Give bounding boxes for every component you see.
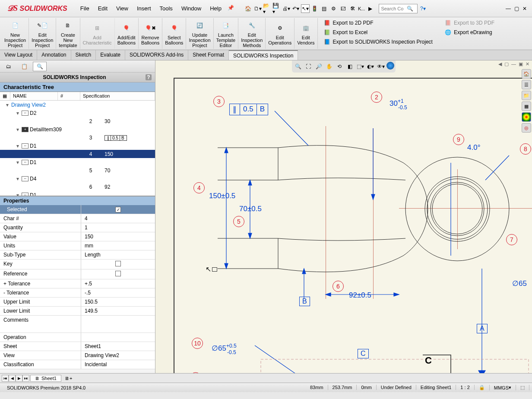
prop-row-comments[interactable]: Comments (0, 316, 155, 333)
menu-insert[interactable]: Insert (133, 3, 155, 13)
search-box[interactable]: 🔍 (379, 4, 418, 13)
prop-row-operation[interactable]: Operation (0, 333, 155, 342)
mdi-restore-icon[interactable]: ▢ (504, 61, 509, 67)
balloon-4[interactable]: 4 (193, 182, 205, 193)
tab-sketch[interactable]: Sketch (71, 50, 96, 60)
ribbon-edit-vendors[interactable]: 🏢Edit Vendors (294, 18, 317, 49)
tab-annotation[interactable]: Annotation (37, 50, 71, 60)
tree-toggle-icon[interactable]: ▾ (16, 127, 20, 133)
tree-toggle-icon[interactable]: ▾ (16, 192, 20, 196)
ribbon-edit-methods[interactable]: 🔧Edit Inspection Methods (238, 18, 266, 49)
dim-70[interactable]: 70±0.5 (239, 205, 262, 213)
status-scale[interactable]: 1 : 2 (456, 385, 474, 390)
pin-icon[interactable]: 📌 (227, 3, 235, 12)
tree-row-d1b[interactable]: ▾↔D1 (0, 158, 155, 166)
datum-b[interactable]: B (299, 297, 310, 306)
play-icon[interactable]: ▶ (366, 4, 374, 13)
search-input[interactable] (381, 6, 407, 11)
drawing-canvas[interactable]: 🔍 ⛶ 🔎 ✋ ⟲ ◧ ⬚▾ ◐▾ 👁▾ ◀ ▢ — ▣ ✕ 🏠 ☰ 📁 ▦ ◎ (155, 60, 532, 373)
prop-row-subtype[interactable]: Sub-TypeLength (0, 250, 155, 260)
sheet-prev-icon[interactable]: ◀ (9, 375, 16, 382)
help-badge-icon[interactable]: ? (146, 74, 152, 80)
dim-4deg[interactable]: 4.0° (467, 143, 480, 152)
tree-row-d1a-val[interactable]: 4150 (0, 150, 155, 158)
dim-92[interactable]: 92±0.5 (349, 291, 371, 300)
dim-65[interactable]: ∅65+0.5-0.5 (212, 344, 237, 361)
tree-col-icon[interactable]: ▦ (0, 92, 10, 100)
sheet-next-icon[interactable]: ▶ (16, 375, 22, 382)
user-badge[interactable]: K... (358, 6, 365, 11)
status-mode[interactable]: Editing Sheet1 (416, 385, 456, 390)
balloon-3[interactable]: 3 (213, 96, 225, 107)
checkbox-icon[interactable] (115, 271, 121, 276)
balloon-5[interactable]: 5 (233, 216, 244, 227)
rightbar-target-icon[interactable]: ◎ (522, 123, 531, 133)
undo-icon[interactable]: ↶▾ (291, 4, 300, 13)
checkbox-icon[interactable] (115, 261, 121, 266)
tree-col-num[interactable]: # (58, 92, 80, 100)
panel-tab-property[interactable]: 📋 (17, 62, 31, 71)
rightbar-layers-icon[interactable]: ☰ (522, 80, 531, 89)
ribbon-update-project[interactable]: 🔄Update Inspection Project (186, 18, 213, 49)
sheet-last-icon[interactable]: ⏭ (22, 375, 29, 382)
ribbon-new-project[interactable]: 📄New Inspection Project (2, 18, 29, 49)
dim-150[interactable]: 150±0.5 (209, 192, 235, 200)
mdi-close-icon[interactable]: ✕ (526, 61, 529, 67)
prop-row-key[interactable]: Key (0, 260, 155, 269)
status-lock-icon[interactable]: 🔒 (475, 385, 490, 390)
menu-window[interactable]: Window (178, 3, 205, 13)
ribbon-launch-te[interactable]: 📑Launch Template Editor (214, 18, 239, 49)
home-icon[interactable]: 🏠 (244, 4, 253, 13)
tab-inspection[interactable]: SOLIDWORKS Inspection (229, 50, 298, 60)
options-list-icon[interactable]: ▤ (320, 4, 329, 13)
rightbar-home-icon[interactable]: 🏠 (522, 69, 531, 79)
tab-addins[interactable]: SOLIDWORKS Add-Ins (125, 50, 188, 60)
rightbar-folder-icon[interactable]: 📁 (522, 91, 531, 100)
balloon-9[interactable]: 9 (453, 134, 464, 145)
prop-row-sheet[interactable]: SheetSheet1 (0, 342, 155, 351)
tree-row-di309-val[interactable]: 3∥0.5B (0, 133, 155, 142)
view-orient-icon[interactable]: ⬚▾ (355, 62, 365, 71)
tree-row-d4[interactable]: ▾↔D4 (0, 174, 155, 183)
prop-row-view[interactable]: ViewDrawing View2 (0, 351, 155, 360)
menu-help[interactable]: Help (206, 3, 225, 13)
ribbon-select-balloons[interactable]: 🎈Select Balloons (162, 18, 186, 49)
minimize-icon[interactable]: — (506, 6, 511, 12)
mdi-min-icon[interactable]: — (511, 61, 516, 67)
ribbon-edit-project[interactable]: ✎📄Edit Inspection Project (29, 18, 56, 49)
ribbon-addedit-balloons[interactable]: 🎈Add/Edit Balloons (115, 18, 139, 49)
sheet-tab-sheet1[interactable]: 🗎Sheet1 (30, 375, 61, 382)
hide-show-icon[interactable]: 👁▾ (376, 62, 386, 71)
select-icon[interactable]: ↖▾ (301, 4, 310, 13)
tab-view-layout[interactable]: View Layout (0, 50, 37, 60)
close-icon[interactable]: ✕ (522, 6, 527, 12)
export-2d-pdf[interactable]: 📕Export to 2D PDF (322, 19, 434, 27)
zoom-area-icon[interactable]: ⛶ (304, 62, 313, 71)
balloon-2[interactable]: 2 (371, 92, 382, 103)
balloon-6[interactable]: 6 (332, 281, 344, 292)
new-doc-icon[interactable]: 🗋▾ (253, 4, 262, 13)
panel-tab-inspection[interactable]: 🔍 (33, 62, 47, 71)
maximize-icon[interactable]: ▢ (514, 6, 519, 12)
tree-row-d1b-val[interactable]: 570 (0, 166, 155, 174)
drawing-sheet[interactable]: C 2 3 4 5 6 7 8 9 10 11 ∥ 0.5 B 30+1-0.5… (174, 78, 532, 373)
tree-row-d4-val[interactable]: 692 (0, 183, 155, 191)
print-icon[interactable]: 🖨▾ (282, 4, 291, 13)
tree-toggle-icon[interactable]: ▾ (5, 102, 10, 108)
section-icon[interactable]: ◧ (345, 62, 355, 71)
tree-row-d2-val[interactable]: 230 (0, 117, 155, 125)
tree-row-d1a[interactable]: ▾↔D1 (0, 142, 155, 150)
display-style-icon[interactable]: ◐▾ (366, 62, 375, 71)
prop-row-qty[interactable]: Quantity1 (0, 223, 155, 232)
appearance-icon[interactable] (386, 62, 394, 70)
gdt-parallelism[interactable]: ∥ 0.5 B (229, 104, 268, 115)
rebuild-icon[interactable]: 🚦 (310, 4, 319, 13)
tree-toggle-icon[interactable]: ▾ (16, 176, 20, 182)
datum-c[interactable]: C (358, 349, 369, 358)
equation-icon[interactable]: 🗠 (339, 4, 348, 13)
search-icon[interactable]: 🔍 (407, 6, 413, 12)
mdi-max-icon[interactable]: ▣ (519, 61, 523, 67)
rotate-icon[interactable]: ⟲ (335, 62, 344, 71)
status-units[interactable]: MMGS ▾ (490, 385, 516, 390)
tree-col-spec[interactable]: Specification (80, 92, 155, 100)
